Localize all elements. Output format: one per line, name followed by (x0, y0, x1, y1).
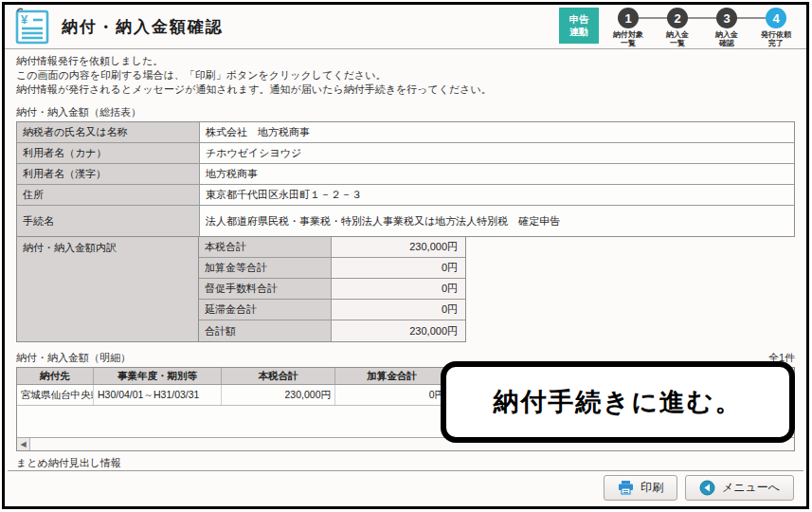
payment-confirmation-window: ¥ 納付・納入金額確認 申告 連動 1 納付対象一覧 (0, 0, 812, 512)
table-row: 納税者の氏名又は名称 株式会社 地方税商事 (17, 122, 794, 143)
menu-button[interactable]: メニューへ (685, 475, 794, 501)
detail-section-title: 納付・納入金額（明細） (16, 351, 131, 365)
column-header[interactable]: 事業年度・期別等 (94, 368, 222, 384)
table-row: 督促手数料合計 0円 (199, 279, 465, 300)
printer-icon (618, 480, 634, 495)
table-row: 利用者名（漢字） 地方税商事 (17, 164, 794, 185)
back-arrow-icon (699, 480, 715, 496)
summary-table: 納税者の氏名又は名称 株式会社 地方税商事 利用者名（カナ） チホウゼイシヨウジ… (16, 121, 795, 237)
instruction-text: 納付情報発行を依頼しました。 この画面の内容を印刷する場合は、「印刷」ボタンをク… (16, 54, 795, 97)
breakdown-table: 本税合計 230,000円 加算金等合計 0円 督促手数料合計 0円 延滞金合計… (199, 237, 466, 342)
footer-bar: 印刷 メニューへ (8, 470, 803, 503)
shinkoku-rendo-badge: 申告 連動 (559, 8, 599, 44)
yen-document-icon: ¥ (14, 8, 50, 46)
step-1-circle: 1 (618, 8, 639, 28)
cell-addition: 0円 (335, 385, 449, 405)
scroll-left-icon[interactable]: ◀ (17, 438, 30, 450)
column-header[interactable]: 納付先 (17, 368, 94, 384)
table-row: 手続名 法人都道府県民税・事業税・特別法人事業税又は地方法人特別税 確定申告 (17, 206, 794, 236)
step-2-payment-list: 2 納入金一覧 (653, 8, 702, 47)
svg-text:¥: ¥ (21, 12, 28, 27)
summary-section-title: 納付・納入金額（総括表） (16, 105, 795, 119)
table-row: 加算金等合計 0円 (199, 258, 465, 279)
step-4-circle: 4 (766, 8, 786, 28)
table-row: 本税合計 230,000円 (199, 237, 465, 258)
cell-period: H30/04/01～H31/03/31 (94, 385, 222, 405)
step-4-issue-complete: 4 発行依頼完了 (751, 8, 801, 47)
page-title: 納付・納入金額確認 (62, 16, 224, 38)
table-row: 利用者名（カナ） チホウゼイシヨウジ (17, 143, 794, 164)
step-3-payment-confirm: 3 納入金確認 (702, 8, 751, 47)
step-2-circle: 2 (667, 8, 688, 28)
steps: 1 納付対象一覧 2 納入金一覧 3 納入金確認 4 発行依頼完了 (604, 8, 801, 47)
proceed-to-payment-callout[interactable]: 納付手続きに進む。 (441, 361, 795, 443)
instruction-line-3: 納付情報が発行されるとメッセージが通知されます。通知が届いたら納付手続きを行って… (16, 82, 795, 97)
column-header[interactable]: 加算金合計 (335, 368, 449, 384)
matome-section-title: まとめ納付見出し情報 (16, 456, 795, 470)
table-row: 住所 東京都千代田区永田町１－２－３ (17, 185, 794, 206)
instruction-line-1: 納付情報発行を依頼しました。 (16, 54, 795, 68)
print-button[interactable]: 印刷 (604, 475, 677, 501)
table-row: 延滞金合計 0円 (199, 300, 465, 320)
cell-payee: 宮城県仙台中央県 (17, 385, 94, 405)
header: ¥ 納付・納入金額確認 申告 連動 1 納付対象一覧 (5, 5, 806, 49)
table-row: 合計額 230,000円 (199, 320, 465, 341)
column-header[interactable]: 本税合計 (222, 368, 335, 384)
cell-principal: 230,000円 (222, 385, 335, 405)
breakdown-block: 納付・納入金額内訳 本税合計 230,000円 加算金等合計 0円 督促手数料合… (16, 237, 795, 342)
step-1-payment-targets: 1 納付対象一覧 (604, 8, 653, 47)
breakdown-label: 納付・納入金額内訳 (16, 237, 199, 342)
instruction-line-2: この画面の内容を印刷する場合は、「印刷」ボタンをクリックしてください。 (16, 68, 795, 82)
callout-text: 納付手続きに進む。 (494, 385, 743, 419)
step-3-circle: 3 (716, 8, 737, 28)
progress-stepper: 申告 連動 1 納付対象一覧 2 納入金一覧 3 納入金確認 (559, 8, 801, 47)
